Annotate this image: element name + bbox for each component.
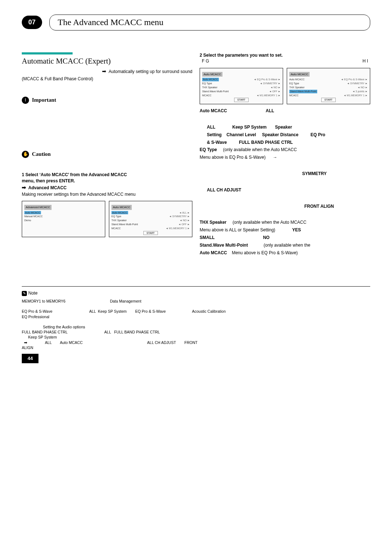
chapter-number-badge: 07 xyxy=(22,16,42,29)
caution-label-text: Caution xyxy=(32,150,51,158)
page-number: 44 xyxy=(22,354,38,363)
important-icon: ! xyxy=(22,97,29,104)
osd-screenshot-a: Advanced MCACC Auto MCACC Manual MCACC D… xyxy=(22,201,105,237)
section-title: Automatic MCACC (Expert) xyxy=(22,56,192,66)
param-frontalign: FRONT ALIGN xyxy=(200,203,370,210)
param-auto-mcacc: Auto MCACC ALL xyxy=(200,108,370,114)
param-symmetry: SYMMETRY xyxy=(200,171,370,177)
osd-screenshot-b: Auto MCACC Auto MCACC◄ ALL ► EQ Type◄ SY… xyxy=(109,201,192,237)
param-small-no: SMALL NO xyxy=(200,235,370,241)
osd-b-start: START xyxy=(143,231,158,235)
osd-screenshot-c: Auto MCACC Auto MCACC◄ EQ Pro & S-Wave ►… xyxy=(200,68,283,104)
osd-b-title: Auto MCACC xyxy=(111,205,132,210)
important-heading: ! Important xyxy=(22,96,192,104)
param-swmp-cont: Auto MCACC Menu above is EQ Pro & S-Wave… xyxy=(200,250,370,256)
chapter-title: The Advanced MCACC menu xyxy=(49,15,370,31)
section-accent-bar xyxy=(22,52,73,54)
param-thx: THX Speaker (only available when the Aut… xyxy=(200,219,370,226)
note-icon: ✎ xyxy=(22,291,27,296)
osd-d-start: START xyxy=(321,98,336,102)
param-list-line1: ALL Keep SP System Speaker xyxy=(200,124,370,130)
note-body-text: MEMORY1 to MEMORY6 Data Management EQ Pr… xyxy=(22,299,370,350)
osd-d-title: Auto MCACC xyxy=(289,72,310,77)
param-thx-cont: Menu above is ALL or Speaker Setting) YE… xyxy=(200,227,370,233)
caution-icon: ✋ xyxy=(22,151,29,158)
osd-a-title: Advanced MCACC xyxy=(24,205,52,210)
section-subtitle-line2: (MCACC & Full Band Phase Control) xyxy=(22,76,192,82)
osd-screenshot-d: Auto MCACC Auto MCACC◄ EQ Pro & S-Wave ►… xyxy=(287,68,370,104)
nav-fg-left: F G xyxy=(202,58,209,64)
important-label-text: Important xyxy=(32,96,56,104)
step1-description: Making receiver settings from the Advanc… xyxy=(22,191,192,198)
note-label-text: Note xyxy=(28,290,37,296)
param-eqtype-cont: Menu above is EQ Pro & S-Wave) → xyxy=(200,154,370,161)
step2-line: 2 Select the parameters you want to set. xyxy=(200,52,370,58)
param-eqtype: EQ Type (only available when the Auto MC… xyxy=(200,147,370,153)
caution-heading: ✋ Caution xyxy=(22,150,192,158)
param-list-line2: Setting Channel Level Speaker Distance E… xyxy=(200,132,370,138)
param-list-line3: & S-Wave FULL BAND PHASE CTRL xyxy=(200,139,370,146)
step1-arrow-ref: Advanced MCACC xyxy=(22,184,192,191)
note-heading: ✎ Note xyxy=(22,290,37,296)
osd-c-start: START xyxy=(234,98,249,102)
osd-c-title: Auto MCACC xyxy=(202,72,222,77)
step1-line-a: 1 Select ‘Auto MCACC’ from the Advanced … xyxy=(22,172,192,178)
section-subtitle-arrow: Automatically setting up for surround so… xyxy=(22,68,192,75)
nav-hi-right: H I xyxy=(363,58,368,64)
param-allch: ALL CH ADJUST xyxy=(200,187,370,193)
step1-line-b: menu, then press ENTER. xyxy=(22,178,192,184)
param-swmp: Stand.Wave Multi-Point (only available w… xyxy=(200,242,370,248)
